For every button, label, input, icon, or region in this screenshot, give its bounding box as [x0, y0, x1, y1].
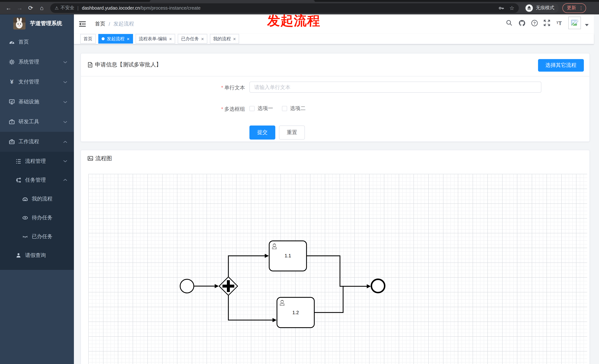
browser-window: ← → ⟳ ⌂ ⚠ 不安全 | dashboard.yudao.iocoder.…: [0, 0, 599, 364]
user-icon: [16, 252, 21, 258]
sidebar-logo[interactable]: 芋道管理系统: [0, 14, 74, 32]
task-label: 1.2: [292, 310, 299, 315]
checkbox-icon[interactable]: [249, 106, 255, 111]
browser-active-tab[interactable]: [150, 0, 315, 2]
tab-label: 发起流程: [107, 36, 124, 42]
password-key-icon[interactable]: [498, 5, 504, 11]
eye-icon: [22, 215, 28, 220]
toolbox-icon: [9, 119, 15, 125]
not-secure-label[interactable]: 不安全: [61, 5, 74, 11]
task-label: 1.1: [285, 253, 291, 258]
chevron-down-icon: [63, 101, 67, 103]
page-content: 申请信息【测试多审批人】 选择其它流程 *单行文本 *多选框组 选项一: [74, 44, 594, 364]
tags-view-bar: 首页 发起流程 × 流程表单-编辑 × 已办任务 × 我的流程 ×: [74, 34, 594, 44]
checkbox-group: 选项一 选项二: [249, 105, 306, 112]
sidebar-item-label: 我的流程: [32, 195, 53, 202]
document-icon: [88, 62, 93, 68]
main-area: 首页 / 发起流程 ? TT: [74, 14, 594, 364]
sidebar-item-workflow[interactable]: 工作流程: [0, 132, 74, 152]
chevron-down-icon: [63, 81, 67, 83]
tab-my-process[interactable]: 我的流程 ×: [210, 34, 239, 43]
checkbox-label: 选项一: [257, 105, 273, 112]
help-icon[interactable]: ?: [530, 18, 539, 27]
browser-menu-icon[interactable]: ⋮: [579, 5, 583, 11]
reset-button[interactable]: 重置: [279, 126, 305, 140]
forward-button[interactable]: →: [14, 3, 25, 13]
red-annotation-text: 发起流程: [267, 12, 320, 30]
sidebar-item-payment[interactable]: ¥ 支付管理: [0, 72, 74, 92]
search-icon[interactable]: [505, 18, 514, 27]
tab-label: 已办任务: [181, 36, 199, 42]
active-tab-dot: [102, 37, 105, 40]
workflow-submenu: 流程管理 任务管理 我的流程 待办任务: [0, 152, 74, 270]
tab-done-tasks[interactable]: 已办任务 ×: [178, 34, 207, 43]
sidebar-item-label: 请假查询: [25, 252, 46, 259]
list-icon: [16, 158, 21, 164]
single-line-text-input[interactable]: [249, 82, 541, 93]
user-task-1-1[interactable]: 1.1: [269, 241, 307, 271]
checkbox-label: 选项二: [290, 105, 306, 112]
parallel-gateway[interactable]: [219, 277, 238, 295]
font-size-icon[interactable]: TT: [555, 18, 564, 27]
browser-update-chip[interactable]: 更新 ⋮: [563, 3, 586, 13]
breadcrumb: 首页 / 发起流程: [95, 21, 134, 27]
sidebar-collapse-icon[interactable]: [78, 20, 87, 28]
close-icon[interactable]: ×: [201, 36, 204, 41]
tab-home[interactable]: 首页: [80, 34, 96, 43]
card-header: 流程图: [81, 150, 589, 167]
sidebar-item-label: 基础设施: [18, 99, 39, 105]
close-icon[interactable]: ×: [127, 36, 130, 41]
url-path: /bpm/process-instance/create: [140, 5, 201, 10]
end-event[interactable]: [371, 279, 385, 293]
sidebar: 芋道管理系统 首页 系统管理 ¥ 支付管理: [0, 14, 74, 364]
monitor-icon: [9, 99, 15, 105]
sidebar-item-label: 支付管理: [18, 79, 39, 85]
home-button[interactable]: ⌂: [36, 3, 47, 13]
sidebar-item-system[interactable]: 系统管理: [0, 52, 74, 72]
checkbox-option-2[interactable]: 选项二: [282, 105, 306, 112]
user-task-1-2[interactable]: 1.2: [277, 297, 314, 328]
checkbox-option-1[interactable]: 选项一: [249, 105, 273, 112]
sidebar-item-task-mgmt[interactable]: 任务管理: [0, 170, 74, 189]
sidebar-item-done-tasks[interactable]: 已办任务: [0, 227, 74, 246]
tab-form-edit[interactable]: 流程表单-编辑 ×: [135, 34, 175, 43]
close-icon[interactable]: ×: [169, 36, 172, 41]
sidebar-item-my-process[interactable]: 我的流程: [0, 189, 74, 208]
application-info-card: 申请信息【测试多审批人】 选择其它流程 *单行文本 *多选框组 选项一: [80, 53, 590, 142]
tab-label: 流程表单-编辑: [139, 36, 167, 42]
start-event[interactable]: [180, 279, 194, 293]
text-field-label: *单行文本: [81, 85, 245, 91]
yen-icon: ¥: [9, 79, 15, 85]
breadcrumb-home[interactable]: 首页: [95, 21, 105, 27]
bpmn-grid: 1.1 1.2: [88, 174, 587, 364]
sidebar-item-process-mgmt[interactable]: 流程管理: [0, 152, 74, 170]
avatar-dropdown-caret[interactable]: [585, 24, 589, 26]
svg-text:?: ?: [533, 21, 536, 25]
sidebar-item-leave-query[interactable]: 请假查询: [0, 246, 74, 265]
submit-button[interactable]: 提交: [249, 126, 275, 140]
address-bar[interactable]: ⚠ 不安全 | dashboard.yudao.iocoder.cn /bpm/…: [50, 3, 519, 13]
sidebar-item-infra[interactable]: 基础设施: [0, 92, 74, 112]
checkbox-icon[interactable]: [282, 106, 287, 111]
back-button[interactable]: ←: [3, 3, 14, 13]
bookmark-star-icon[interactable]: ☆: [509, 5, 514, 11]
sidebar-item-todo-tasks[interactable]: 待办任务: [0, 208, 74, 227]
update-label[interactable]: 更新: [567, 5, 576, 11]
browser-tab-strip: [0, 0, 599, 2]
card-title: 申请信息【测试多审批人】: [95, 61, 161, 68]
image-icon: [88, 156, 93, 161]
tab-start-process[interactable]: 发起流程 ×: [98, 34, 133, 43]
robot-face-icon: [22, 196, 28, 202]
bpmn-canvas[interactable]: 1.1 1.2: [81, 167, 589, 364]
fullscreen-icon[interactable]: [542, 18, 551, 27]
sidebar-item-home[interactable]: 首页: [0, 32, 74, 52]
avatar[interactable]: [568, 17, 581, 29]
gear-icon: [9, 59, 15, 65]
chevron-up-icon: [63, 140, 67, 143]
close-icon[interactable]: ×: [233, 36, 236, 41]
choose-other-process-button[interactable]: 选择其它流程: [538, 59, 584, 72]
sidebar-item-devtools[interactable]: 研发工具: [0, 112, 74, 132]
reload-button[interactable]: ⟳: [25, 3, 36, 13]
github-icon[interactable]: [517, 18, 526, 27]
chevron-down-icon: [63, 61, 67, 63]
